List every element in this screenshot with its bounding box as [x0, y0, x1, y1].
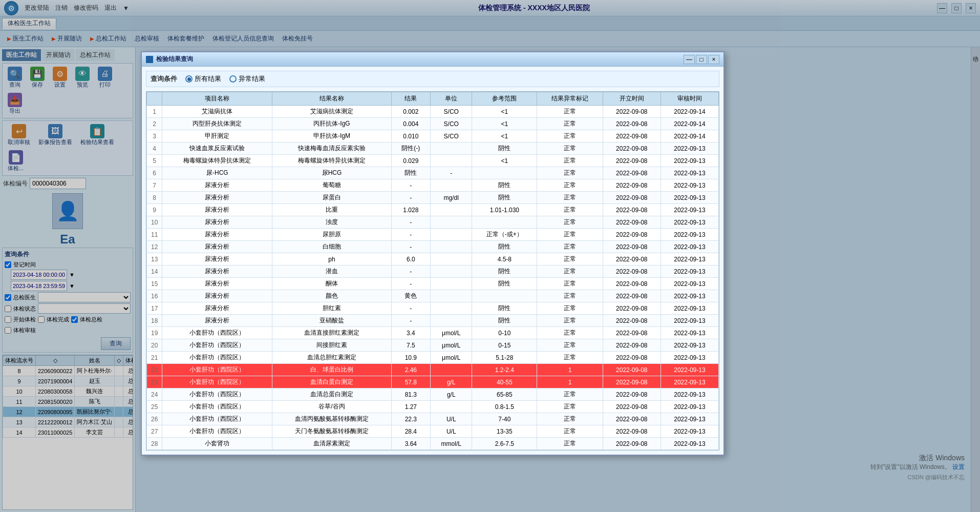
- cell-ref: [472, 216, 537, 229]
- cell-flag: 1: [537, 376, 603, 388]
- table-row[interactable]: 3 甲肝测定 甲肝抗体-IgM 0.010 S/CO <1 正常 2022-09…: [147, 130, 719, 142]
- table-row[interactable]: 18 尿液分析 亚硝酸盐 - 阴性 正常 2022-09-08 2022-09-…: [147, 315, 719, 327]
- cell-row-num: 26: [147, 413, 162, 425]
- cell-result: 7.5: [391, 339, 430, 352]
- dialog-title: 检验结果查询: [156, 55, 684, 64]
- cell-row-num: 23: [147, 376, 162, 388]
- cell-ref: 1.2-2.4: [472, 364, 537, 376]
- table-row[interactable]: 5 梅毒螺旋体特异抗体测定 梅毒螺旋体特异抗体测定 0.029 <1 正常 20…: [147, 155, 719, 167]
- result-table-wrap[interactable]: 项目名称 结果名称 结果 单位 参考范围 结果异常标记 开立时间 审核时间 1 …: [146, 91, 719, 450]
- table-row[interactable]: 23 小套肝功（西院区） 血清白蛋白测定 57.8 g/L 40-55 1 20…: [147, 376, 719, 388]
- col-ref-range: 参考范围: [472, 92, 537, 106]
- cell-item: 尿液分析: [162, 216, 272, 229]
- table-row[interactable]: 22 小套肝功（西院区） 白、球蛋白比例 2.46 1.2-2.4 1 2022…: [147, 364, 719, 376]
- table-row[interactable]: 25 小套肝功（西院区） 谷草/谷丙 1.27 0.8-1.5 正常 2022-…: [147, 401, 719, 413]
- cell-open-time: 2022-09-08: [603, 364, 661, 376]
- table-row[interactable]: 8 尿液分析 尿蛋白 - mg/dl 阴性 正常 2022-09-08 2022…: [147, 192, 719, 204]
- cell-open-time: 2022-09-08: [603, 229, 661, 241]
- cell-flag: 正常: [537, 229, 603, 241]
- table-row[interactable]: 24 小套肝功（西院区） 血清总蛋白测定 81.3 g/L 65-85 正常 2…: [147, 388, 719, 401]
- cell-flag: 正常: [537, 241, 603, 253]
- table-row[interactable]: 16 尿液分析 颜色 黄色 正常 2022-09-08 2022-09-13: [147, 290, 719, 302]
- cell-row-num: 7: [147, 179, 162, 192]
- table-row[interactable]: 4 快速血浆反应素试验 快速梅毒血清反应素实验 阴性(-) 阴性 正常 2022…: [147, 142, 719, 155]
- table-row[interactable]: 28 小套肾功 血清尿素测定 3.64 mmol/L 2.6-7.5 正常 20…: [147, 438, 719, 450]
- dialog-close-btn[interactable]: ×: [708, 55, 719, 64]
- cell-result: 1.028: [391, 204, 430, 216]
- cell-review-time: 2022-09-13: [661, 438, 718, 450]
- table-row[interactable]: 11 尿液分析 尿胆原 - 正常（-或+） 正常 2022-09-08 2022…: [147, 229, 719, 241]
- cell-result-name: 浊度: [272, 216, 391, 229]
- radio-abnormal-dot: [229, 75, 237, 83]
- table-row[interactable]: 17 尿液分析 胆红素 - 阴性 正常 2022-09-08 2022-09-1…: [147, 302, 719, 315]
- cell-item: 小套肝功（西院区）: [162, 339, 272, 352]
- cell-row-num: 11: [147, 229, 162, 241]
- cell-result-name: 白、球蛋白比例: [272, 364, 391, 376]
- cell-review-time: 2022-09-13: [661, 352, 718, 364]
- table-row[interactable]: 14 尿液分析 潜血 - 阴性 正常 2022-09-08 2022-09-13: [147, 265, 719, 278]
- table-row[interactable]: 10 尿液分析 浊度 - 正常 2022-09-08 2022-09-13: [147, 216, 719, 229]
- cell-open-time: 2022-09-08: [603, 204, 661, 216]
- cell-flag: 正常: [537, 253, 603, 265]
- cell-unit: g/L: [431, 388, 472, 401]
- cell-item: 尿液分析: [162, 192, 272, 204]
- table-row[interactable]: 26 小套肝功（西院区） 血清丙氨酸氨基转移酶测定 22.3 U/L 7-40 …: [147, 413, 719, 425]
- cell-ref: 阴性: [472, 278, 537, 290]
- cell-result-name: 血清总蛋白测定: [272, 388, 391, 401]
- cell-result-name: 血清白蛋白测定: [272, 376, 391, 388]
- table-row[interactable]: 19 小套肝功（西院区） 血清直接胆红素测定 3.4 μmol/L 0-10 正…: [147, 327, 719, 339]
- cell-review-time: 2022-09-13: [661, 179, 718, 192]
- dialog-body: 查询条件 所有结果 异常结果 项目名称 结果名称: [142, 67, 723, 455]
- cell-result-name: 尿HCG: [272, 167, 391, 179]
- cell-flag: 正常: [537, 290, 603, 302]
- cell-row-num: 14: [147, 265, 162, 278]
- table-row[interactable]: 9 尿液分析 比重 1.028 1.01-1.030 正常 2022-09-08…: [147, 204, 719, 216]
- table-row[interactable]: 7 尿液分析 葡萄糖 - 阴性 正常 2022-09-08 2022-09-13: [147, 179, 719, 192]
- cell-item: 丙型肝炎抗体测定: [162, 118, 272, 130]
- cell-row-num: 22: [147, 364, 162, 376]
- cell-review-time: 2022-09-13: [661, 216, 718, 229]
- cell-result: 6.0: [391, 253, 430, 265]
- cell-unit: -: [431, 167, 472, 179]
- radio-all-results[interactable]: 所有结果: [185, 74, 221, 84]
- table-row[interactable]: 6 尿-HCG 尿HCG 阴性 - 正常 2022-09-08 2022-09-…: [147, 167, 719, 179]
- cell-unit: [431, 290, 472, 302]
- cell-result-name: 潜血: [272, 265, 391, 278]
- cell-unit: μmol/L: [431, 352, 472, 364]
- cell-result: -: [391, 229, 430, 241]
- dialog-minimize-btn[interactable]: —: [684, 55, 695, 64]
- radio-all-dot: [185, 75, 193, 83]
- table-row[interactable]: 20 小套肝功（西院区） 间接胆红素 7.5 μmol/L 0-15 正常 20…: [147, 339, 719, 352]
- cell-result-name: 颜色: [272, 290, 391, 302]
- table-row[interactable]: 27 小套肝功（西院区） 天门冬氨酸氨基转移酶测定 28.4 U/L 13-35…: [147, 425, 719, 438]
- radio-abnormal-results[interactable]: 异常结果: [229, 74, 265, 84]
- cell-open-time: 2022-09-08: [603, 106, 661, 118]
- table-row[interactable]: 12 尿液分析 白细胞 - 阴性 正常 2022-09-08 2022-09-1…: [147, 241, 719, 253]
- cell-flag: 正常: [537, 142, 603, 155]
- table-row[interactable]: 13 尿液分析 ph 6.0 4.5-8 正常 2022-09-08 2022-…: [147, 253, 719, 265]
- cell-open-time: 2022-09-08: [603, 192, 661, 204]
- cell-item: 小套肝功（西院区）: [162, 376, 272, 388]
- dialog-maximize-btn[interactable]: □: [696, 55, 707, 64]
- cell-open-time: 2022-09-08: [603, 401, 661, 413]
- table-row[interactable]: 2 丙型肝炎抗体测定 丙肝抗体-IgG 0.004 S/CO <1 正常 202…: [147, 118, 719, 130]
- cell-review-time: 2022-09-13: [661, 290, 718, 302]
- table-row[interactable]: 1 艾滋病抗体 艾滋病抗体测定 0.002 S/CO <1 正常 2022-09…: [147, 106, 719, 118]
- cell-ref: 4.5-8: [472, 253, 537, 265]
- cell-result: 10.9: [391, 352, 430, 364]
- col-flag: 结果异常标记: [537, 92, 603, 106]
- cell-ref: 7-40: [472, 413, 537, 425]
- cell-review-time: 2022-09-13: [661, 229, 718, 241]
- cell-review-time: 2022-09-13: [661, 376, 718, 388]
- cell-flag: 正常: [537, 130, 603, 142]
- cell-flag: 正常: [537, 155, 603, 167]
- cell-flag: 正常: [537, 302, 603, 315]
- cell-result: 0.002: [391, 106, 430, 118]
- cell-row-num: 21: [147, 352, 162, 364]
- table-row[interactable]: 15 尿液分析 酮体 - 阴性 正常 2022-09-08 2022-09-13: [147, 278, 719, 290]
- dialog-query-label: 查询条件: [151, 74, 177, 84]
- cell-open-time: 2022-09-08: [603, 413, 661, 425]
- cell-open-time: 2022-09-08: [603, 118, 661, 130]
- table-row[interactable]: 21 小套肝功（西院区） 血清总胆红素测定 10.9 μmol/L 5.1-28…: [147, 352, 719, 364]
- cell-result: 黄色: [391, 290, 430, 302]
